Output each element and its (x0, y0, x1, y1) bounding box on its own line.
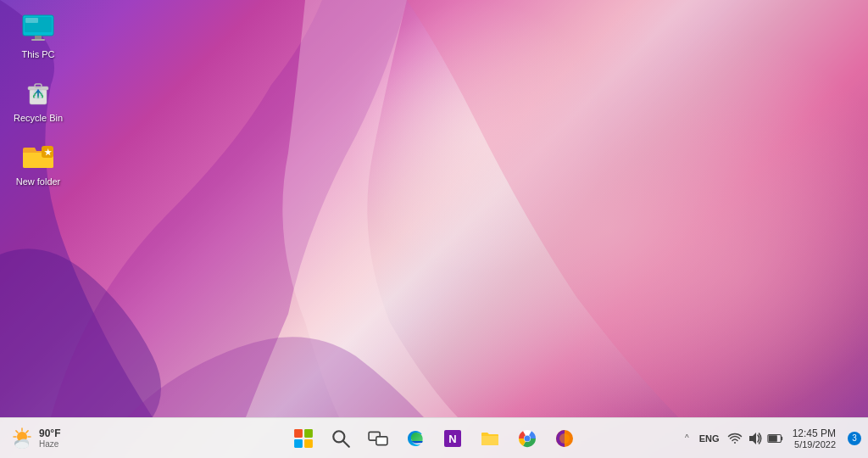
taskbar: 90°F Haze (0, 417, 868, 458)
svg-point-36 (525, 435, 531, 441)
svg-rect-26 (294, 439, 303, 448)
wallpaper (0, 0, 868, 417)
search-button[interactable] (324, 422, 358, 455)
edge-button[interactable] (398, 422, 432, 455)
svg-text:★: ★ (44, 148, 53, 157)
weather-text: 90°F Haze (39, 427, 60, 449)
svg-point-38 (559, 433, 570, 444)
svg-rect-42 (781, 436, 782, 440)
this-pc-label: This PC (21, 49, 54, 60)
clock-date: 5/19/2022 (794, 439, 836, 450)
desktop-icons: This PC (8, 8, 68, 192)
recycle-bin-label: Recycle Bin (14, 113, 63, 124)
svg-line-29 (343, 440, 349, 446)
datetime-display[interactable]: 12:45 PM 5/19/2022 (793, 427, 836, 450)
svg-line-18 (26, 430, 28, 432)
recycle-bin-icon-image (21, 75, 55, 109)
chrome-button[interactable] (510, 422, 544, 455)
clock-time: 12:45 PM (793, 427, 836, 439)
file-explorer-button[interactable] (473, 422, 507, 455)
svg-rect-3 (35, 36, 42, 39)
weather-icon (10, 427, 34, 450)
system-tray: ^ ENG (682, 427, 868, 450)
svg-rect-41 (768, 435, 776, 441)
recycle-bin-icon[interactable]: Recycle Bin (8, 72, 68, 127)
svg-rect-7 (35, 84, 42, 87)
weather-widget[interactable]: 90°F Haze (0, 427, 85, 450)
weather-condition: Haze (39, 439, 60, 449)
this-pc-icon[interactable]: This PC (8, 8, 68, 64)
battery-icon[interactable] (767, 430, 784, 447)
svg-point-23 (15, 442, 29, 449)
tray-expand-button[interactable]: ^ (682, 430, 693, 446)
svg-rect-31 (376, 436, 387, 444)
new-folder-icon[interactable]: ★ New folder (8, 136, 68, 191)
svg-marker-39 (749, 433, 756, 444)
taskbar-center-icons: N (287, 422, 581, 455)
new-folder-icon-image: ★ (21, 139, 55, 173)
desktop: This PC (0, 0, 868, 458)
app8-button[interactable] (548, 422, 581, 455)
notification-badge[interactable]: 3 (848, 432, 861, 445)
onenote-button[interactable]: N (436, 422, 470, 455)
svg-rect-2 (25, 18, 38, 23)
svg-rect-27 (304, 439, 313, 448)
this-pc-icon-image (21, 12, 55, 46)
volume-icon[interactable] (747, 430, 764, 447)
svg-rect-25 (304, 429, 313, 438)
start-button[interactable] (287, 422, 320, 455)
svg-rect-24 (294, 429, 303, 438)
svg-rect-4 (31, 39, 45, 41)
task-view-button[interactable] (361, 422, 395, 455)
svg-line-16 (16, 430, 18, 432)
language-indicator[interactable]: ENG (696, 433, 723, 444)
new-folder-label: New folder (16, 176, 61, 187)
svg-text:N: N (448, 433, 456, 445)
weather-temperature: 90°F (39, 427, 60, 439)
wifi-icon[interactable] (726, 430, 743, 447)
